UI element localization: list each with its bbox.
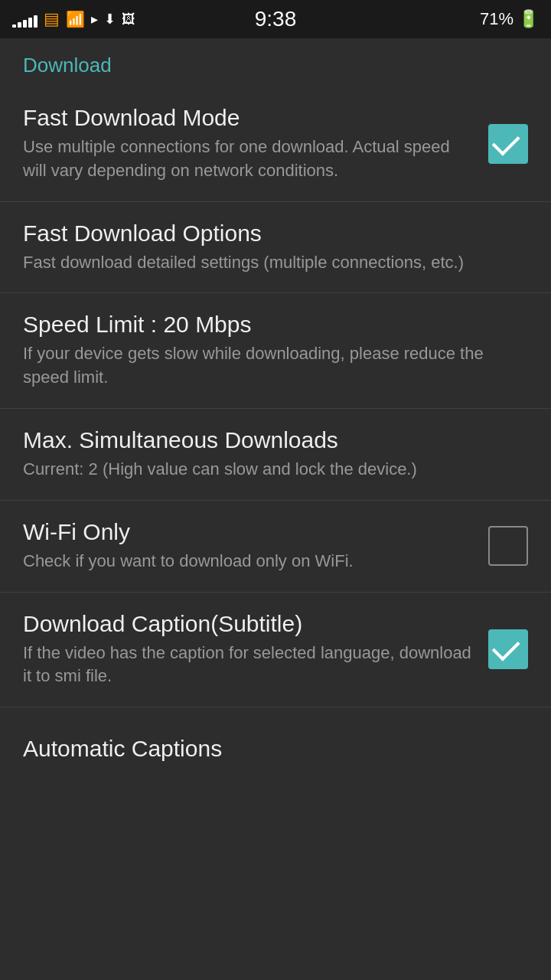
settings-item-text: Automatic Captions [23, 736, 528, 766]
settings-item-max-simultaneous-downloads[interactable]: Max. Simultaneous Downloads Current: 2 (… [0, 409, 551, 501]
settings-item-automatic-captions[interactable]: Automatic Captions [0, 707, 551, 784]
settings-item-title: Fast Download Mode [23, 105, 473, 131]
settings-item-fast-download-mode[interactable]: Fast Download Mode Use multiple connecti… [0, 87, 551, 202]
wifi-icon: 📶 [66, 10, 85, 28]
settings-item-text: Download Caption(Subtitle) If the video … [23, 611, 488, 689]
settings-item-desc: If the video has the caption for selecte… [23, 642, 473, 689]
settings-item-desc: Current: 2 (High value can slow and lock… [23, 458, 513, 482]
fast-download-mode-checkbox[interactable] [488, 124, 528, 164]
settings-item-text: Fast Download Options Fast download deta… [23, 220, 528, 275]
page-content: Download Fast Download Mode Use multiple… [0, 38, 551, 784]
carrier-icon: ▤ [44, 9, 60, 29]
signal-bar-3 [23, 20, 27, 28]
battery-icon: 🔋 [518, 9, 539, 29]
signal-bar-4 [28, 18, 32, 28]
settings-item-title: Download Caption(Subtitle) [23, 611, 473, 637]
settings-item-download-caption[interactable]: Download Caption(Subtitle) If the video … [0, 593, 551, 708]
settings-item-title: Speed Limit : 20 Mbps [23, 312, 513, 338]
download-caption-checkbox[interactable] [488, 629, 528, 669]
download-icon-1: ▸ [91, 11, 98, 28]
settings-item-desc: If your device gets slow while downloadi… [23, 342, 513, 390]
settings-item-fast-download-options[interactable]: Fast Download Options Fast download deta… [0, 202, 551, 294]
settings-item-desc: Fast download detailed settings (multipl… [23, 251, 513, 275]
settings-item-title: Automatic Captions [23, 736, 513, 762]
settings-item-title: Max. Simultaneous Downloads [23, 427, 513, 453]
wifi-only-checkbox[interactable] [488, 526, 528, 566]
settings-item-text: Speed Limit : 20 Mbps If your device get… [23, 312, 528, 390]
signal-bar-2 [18, 22, 21, 28]
battery-percent: 71% [480, 9, 514, 29]
download-icon-2: ⬇ [104, 11, 116, 28]
settings-item-desc: Check if you want to download only on Wi… [23, 550, 473, 573]
settings-item-text: Max. Simultaneous Downloads Current: 2 (… [23, 427, 528, 482]
settings-item-speed-limit[interactable]: Speed Limit : 20 Mbps If your device get… [0, 293, 551, 409]
signal-icon [12, 11, 37, 28]
signal-bar-1 [12, 24, 16, 28]
settings-item-desc: Use multiple connections for one downloa… [23, 136, 473, 183]
settings-item-title: Wi-Fi Only [23, 519, 473, 545]
settings-item-wifi-only[interactable]: Wi-Fi Only Check if you want to download… [0, 501, 551, 593]
settings-item-text: Fast Download Mode Use multiple connecti… [23, 105, 488, 183]
status-time: 9:38 [255, 7, 297, 31]
section-header: Download [0, 38, 551, 87]
status-bar-left: ▤ 📶 ▸ ⬇ 🖼 [12, 9, 135, 29]
settings-item-title: Fast Download Options [23, 220, 513, 247]
status-bar: ▤ 📶 ▸ ⬇ 🖼 9:38 71% 🔋 [0, 0, 551, 38]
status-bar-right: 71% 🔋 [480, 9, 539, 29]
image-icon: 🖼 [122, 11, 135, 28]
settings-item-text: Wi-Fi Only Check if you want to download… [23, 519, 488, 573]
signal-bar-5 [34, 15, 37, 28]
